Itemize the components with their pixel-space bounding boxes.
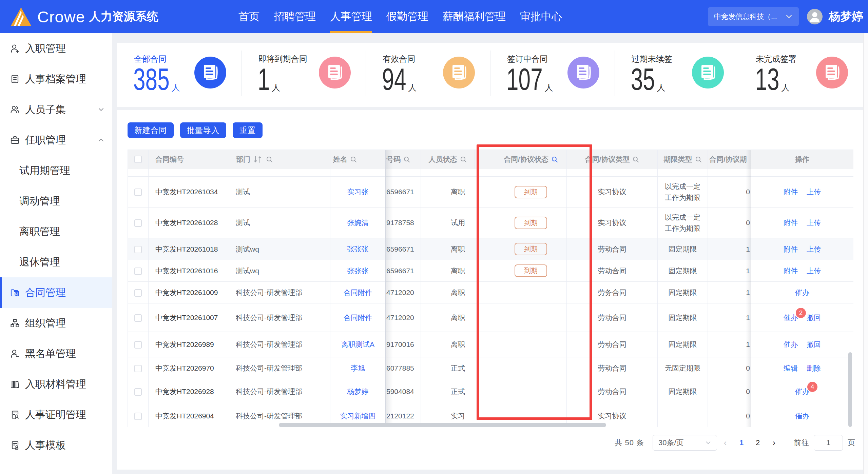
row-checkbox[interactable]: [134, 189, 142, 196]
vertical-scrollbar-thumb[interactable]: [848, 352, 852, 427]
row-checkbox[interactable]: [134, 341, 142, 349]
sidebar-item-人事模板[interactable]: 人事模板: [0, 430, 112, 460]
sort-icon[interactable]: [253, 156, 263, 163]
row-checkbox[interactable]: [134, 219, 142, 227]
search-icon[interactable]: [266, 156, 273, 163]
horizontal-scrollbar-thumb[interactable]: [279, 423, 606, 427]
sidebar-item-人事证明管理[interactable]: 人事证明管理: [0, 399, 112, 430]
row-checkbox[interactable]: [134, 365, 142, 372]
nav-item-审批中心[interactable]: 审批中心: [513, 0, 569, 33]
op-附件-link[interactable]: 附件: [784, 267, 798, 275]
search-icon[interactable]: [632, 156, 639, 163]
search-icon[interactable]: [460, 156, 467, 163]
op-上传-link[interactable]: 上传: [807, 245, 821, 253]
nav-item-薪酬福利管理[interactable]: 薪酬福利管理: [436, 0, 513, 33]
op-催办-link[interactable]: 催办: [795, 412, 809, 420]
employee-name-link[interactable]: 张张张: [347, 245, 369, 253]
page-scrollbar-gutter[interactable]: [863, 33, 868, 474]
op-催办-link[interactable]: 催办: [795, 289, 809, 296]
contract-no: 中竞发HT20261016: [149, 267, 218, 275]
page-number-1[interactable]: 1: [733, 438, 750, 447]
person-status: 离职: [451, 340, 465, 348]
contract-no: 中竞发HT2026904: [149, 412, 214, 420]
next-page-button[interactable]: ›: [766, 438, 782, 448]
op-删除-link[interactable]: 删除: [807, 364, 821, 372]
row-checkbox[interactable]: [134, 268, 142, 275]
employee-name-link[interactable]: 杨梦婷: [347, 388, 369, 395]
page-size-select[interactable]: 30条/页: [653, 435, 717, 451]
op-附件-link[interactable]: 附件: [784, 219, 798, 226]
page-number-2[interactable]: 2: [750, 438, 766, 447]
row-checkbox[interactable]: [134, 388, 142, 396]
search-icon[interactable]: [403, 156, 410, 163]
select-all-checkbox[interactable]: [134, 156, 142, 163]
row-checkbox[interactable]: [134, 413, 142, 420]
sidebar-subitem-退休管理[interactable]: 退休管理: [0, 247, 112, 277]
cell-term-type: 以完成一定工作为期限: [658, 208, 708, 238]
op-附件-link[interactable]: 附件: [784, 245, 798, 253]
op-编辑-link[interactable]: 编辑: [784, 364, 798, 372]
cell-contract-no: 中竞发HT20261018: [149, 238, 229, 260]
cell-department: 科技公司-研发管理部: [229, 303, 330, 332]
column-header-号码[interactable]: 号码: [386, 150, 421, 169]
sidebar-item-人员子集[interactable]: 人员子集: [0, 94, 112, 125]
sidebar-subitem-调动管理[interactable]: 调动管理: [0, 186, 112, 216]
nav-item-假勤管理[interactable]: 假勤管理: [379, 0, 436, 33]
sidebar-item-任职管理[interactable]: 任职管理: [0, 125, 112, 155]
employee-name-link[interactable]: 合同附件: [344, 289, 372, 296]
op-附件-link[interactable]: 附件: [784, 188, 798, 196]
批量导入-button[interactable]: 批量导入: [180, 122, 226, 138]
新建合同-button[interactable]: 新建合同: [128, 122, 174, 138]
op-催办-link[interactable]: 催办4: [795, 388, 809, 395]
重置-button[interactable]: 重置: [233, 122, 263, 138]
avatar[interactable]: [807, 9, 823, 24]
sidebar-subitem-离职管理[interactable]: 离职管理: [0, 216, 112, 247]
row-checkbox[interactable]: [134, 289, 142, 297]
op-上传-link[interactable]: 上传: [807, 188, 821, 196]
current-user-name[interactable]: 杨梦婷: [829, 9, 863, 24]
column-label: 合同/协议期: [709, 155, 747, 164]
nav-item-人事管理[interactable]: 人事管理: [323, 0, 379, 33]
sidebar-item-入职材料管理[interactable]: 入职材料管理: [0, 369, 112, 399]
sidebar-subitem-试用期管理[interactable]: 试用期管理: [0, 155, 112, 186]
cell-department: 测试wq: [229, 260, 330, 282]
op-撤回-link[interactable]: 撤回: [807, 340, 821, 348]
op-上传-link[interactable]: 上传: [807, 219, 821, 226]
company-select[interactable]: 中竞发信息科技（...: [708, 7, 799, 26]
column-header-合同/协议类型[interactable]: 合同/协议类型: [567, 150, 658, 169]
cell-term-value: 1: [708, 282, 751, 303]
sidebar-item-组织管理[interactable]: 组织管理: [0, 308, 112, 338]
op-催办-link[interactable]: 催办: [784, 340, 798, 348]
nav-item-首页[interactable]: 首页: [231, 0, 267, 33]
sidebar-item-合同管理[interactable]: 合同管理: [0, 277, 112, 308]
row-checkbox[interactable]: [134, 314, 142, 322]
column-header-姓名[interactable]: 姓名: [330, 150, 386, 169]
op-催办-link[interactable]: 催办2: [784, 314, 798, 321]
employee-name-link[interactable]: 张张张: [347, 267, 369, 275]
column-header-人员状态[interactable]: 人员状态: [421, 150, 475, 169]
employee-name-link[interactable]: 实习新增四: [340, 412, 376, 420]
employee-name-link[interactable]: 张婉清: [347, 219, 369, 226]
op-上传-link[interactable]: 上传: [807, 267, 821, 275]
employee-name-link[interactable]: 离职测试A: [341, 340, 374, 348]
employee-name-link[interactable]: 合同附件: [344, 314, 372, 321]
employee-name-link[interactable]: 实习张: [347, 188, 369, 196]
prev-page-button[interactable]: ‹: [717, 438, 733, 448]
search-icon[interactable]: [695, 156, 702, 163]
search-icon[interactable]: [551, 156, 558, 163]
search-icon[interactable]: [350, 156, 357, 163]
column-header-期限类型[interactable]: 期限类型: [658, 150, 708, 169]
column-header-合同/协议状态[interactable]: 合同/协议状态: [495, 150, 567, 169]
sidebar-item-黑名单管理[interactable]: 黑名单管理: [0, 338, 112, 369]
employee-name-link[interactable]: 李旭: [351, 364, 365, 372]
op-撤回-link[interactable]: 撤回: [807, 314, 821, 321]
notification-badge: 4: [807, 382, 817, 392]
column-header-部门[interactable]: 部门: [229, 150, 330, 169]
goto-page-input[interactable]: 1: [814, 435, 843, 451]
nav-item-招聘管理[interactable]: 招聘管理: [267, 0, 323, 33]
department: 测试: [229, 188, 250, 196]
row-checkbox[interactable]: [134, 246, 142, 253]
sidebar-item-入职管理[interactable]: 入职管理: [0, 33, 112, 64]
sidebar-item-icon: [10, 44, 20, 53]
sidebar-item-人事档案管理[interactable]: 人事档案管理: [0, 64, 112, 94]
